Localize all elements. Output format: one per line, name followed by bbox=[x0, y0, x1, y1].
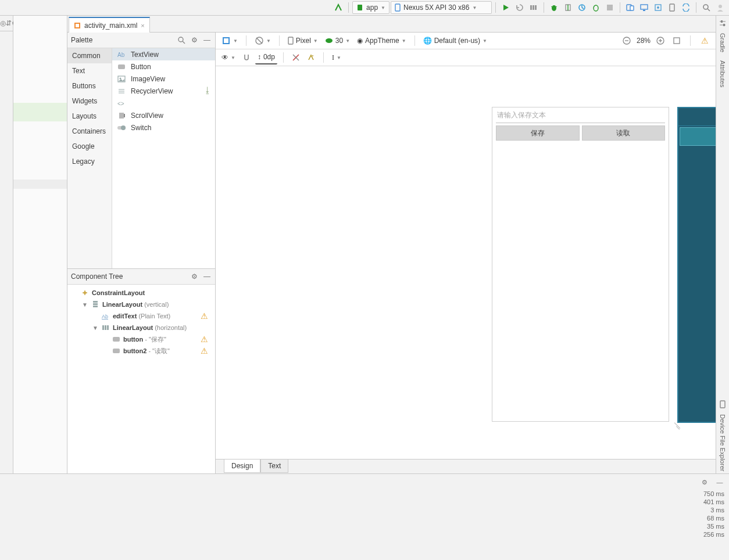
resource-manager-icon[interactable] bbox=[652, 1, 664, 14]
palette-hide-icon[interactable]: — bbox=[202, 35, 212, 45]
palette-category-legacy[interactable]: Legacy bbox=[67, 154, 112, 169]
api-picker[interactable]: 30▼ bbox=[323, 34, 352, 47]
guidelines-icon[interactable]: I▼ bbox=[330, 51, 344, 64]
sdk-manager-icon[interactable] bbox=[638, 1, 651, 14]
svg-rect-17 bbox=[670, 4, 674, 11]
target-icon[interactable]: ◎ bbox=[0, 19, 6, 28]
stop-icon[interactable] bbox=[603, 1, 616, 14]
tree-row-constraintlayout[interactable]: ConstraintLayout bbox=[67, 287, 215, 299]
profile-icon[interactable] bbox=[576, 1, 588, 14]
fragment-icon: <> bbox=[117, 99, 126, 108]
zoom-in-icon[interactable] bbox=[654, 34, 667, 47]
tree-row-button2[interactable]: button2 - "读取"⚠ bbox=[67, 345, 215, 357]
avd-manager-icon[interactable] bbox=[624, 1, 637, 14]
search-icon[interactable] bbox=[700, 1, 713, 14]
preview-button-save[interactable]: 保存 bbox=[496, 125, 580, 141]
rail-device-explorer[interactable]: Device File Explorer bbox=[719, 412, 726, 473]
palette-category-widgets[interactable]: Widgets bbox=[67, 94, 112, 109]
palette-category-containers[interactable]: Containers bbox=[67, 124, 112, 139]
attributes-sliders-icon[interactable] bbox=[719, 19, 727, 27]
palette-item-switch[interactable]: Switch bbox=[112, 121, 215, 134]
device-explorer-icon[interactable] bbox=[719, 400, 726, 408]
file-tab-activity-main[interactable]: activity_main.xml × bbox=[69, 17, 150, 33]
rail-gradle[interactable]: Gradle bbox=[719, 31, 726, 55]
tab-design[interactable]: Design bbox=[224, 460, 260, 473]
svg-rect-58 bbox=[674, 38, 680, 44]
palette-item-textview[interactable]: AbTextView bbox=[112, 48, 215, 60]
tree-row-linearlayout[interactable]: ▼LinearLayout (vertical) bbox=[67, 299, 215, 310]
magnet-icon[interactable] bbox=[240, 51, 253, 64]
tree-row-edittext[interactable]: AbeditText (Plain Text)⚠ bbox=[67, 310, 215, 322]
file-tab-label: activity_main.xml bbox=[84, 21, 137, 30]
svg-rect-43 bbox=[105, 325, 106, 330]
palette-item-button[interactable]: Button bbox=[112, 60, 215, 73]
infer-constraints-icon[interactable] bbox=[305, 51, 317, 64]
sync-icon[interactable] bbox=[680, 1, 692, 14]
layout-inspector-icon[interactable] bbox=[666, 1, 678, 14]
editor-tabstrip: activity_main.xml × bbox=[67, 16, 716, 33]
svg-text:<>: <> bbox=[117, 100, 124, 107]
theme-picker[interactable]: ◉AppTheme▼ bbox=[355, 34, 409, 47]
palette-category-text[interactable]: Text bbox=[67, 63, 112, 78]
coverage-icon[interactable] bbox=[562, 1, 574, 14]
attach-debugger-icon[interactable] bbox=[589, 1, 602, 14]
debug-icon[interactable] bbox=[548, 1, 560, 14]
view-options-icon[interactable]: 👁▼ bbox=[219, 51, 238, 64]
locale-picker[interactable]: 🌐Default (en-us)▼ bbox=[421, 34, 489, 47]
user-icon[interactable] bbox=[714, 1, 727, 14]
svg-rect-2 bbox=[530, 5, 532, 10]
constraint-icon bbox=[80, 288, 90, 297]
palette-gear-icon[interactable]: ⚙ bbox=[190, 35, 199, 45]
preview-edittext[interactable]: 请输入保存文本 bbox=[496, 107, 665, 123]
svg-point-16 bbox=[657, 6, 659, 9]
tree-hide-icon[interactable]: — bbox=[202, 272, 212, 281]
tree-row-button[interactable]: button - "保存"⚠ bbox=[67, 333, 215, 345]
design-preview-device[interactable]: 请输入保存文本 保存 读取 bbox=[492, 107, 669, 422]
tab-text[interactable]: Text bbox=[260, 460, 288, 473]
palette-category-google[interactable]: Google bbox=[67, 139, 112, 154]
apply-changes-icon[interactable] bbox=[513, 1, 526, 14]
run-config-combo[interactable]: app ▼ bbox=[352, 1, 389, 14]
palette-category-buttons[interactable]: Buttons bbox=[67, 78, 112, 94]
collapse-icon[interactable]: ⇵ bbox=[6, 19, 12, 28]
palette-search-icon[interactable] bbox=[177, 35, 186, 45]
palette-item-fragment[interactable]: <> bbox=[112, 97, 215, 109]
surface-mode-icon[interactable]: ▼ bbox=[219, 34, 240, 47]
orientation-icon[interactable]: ▼ bbox=[252, 34, 273, 47]
button-icon bbox=[112, 346, 121, 356]
project-pane-collapsed bbox=[13, 16, 67, 473]
palette-item-scrollview[interactable]: ScrollView bbox=[112, 109, 215, 121]
resize-handle-icon[interactable] bbox=[673, 422, 681, 430]
build-time-entry: 68 ms bbox=[689, 515, 724, 522]
preview-button-read[interactable]: 读取 bbox=[582, 125, 666, 141]
download-icon[interactable]: ⭳ bbox=[203, 85, 212, 95]
palette-category-layouts[interactable]: Layouts bbox=[67, 109, 112, 124]
make-project-icon[interactable] bbox=[332, 1, 345, 14]
blueprint-button-save[interactable]: 保存 bbox=[680, 127, 716, 146]
status-gear-icon[interactable]: ⚙ bbox=[700, 478, 709, 487]
svg-point-5 bbox=[552, 5, 556, 11]
status-hide-icon[interactable]: — bbox=[715, 478, 724, 487]
blueprint-preview-device[interactable]: editText 保存 读取 bbox=[677, 107, 716, 423]
device-combo[interactable]: Nexus 5X API 30 x86 ▼ bbox=[391, 1, 492, 14]
warning-icon[interactable]: ⚠ bbox=[701, 36, 709, 45]
apply-code-icon[interactable] bbox=[527, 1, 540, 14]
rail-attributes[interactable]: Attributes bbox=[719, 58, 726, 89]
tree-row-linearlayout[interactable]: ▼LinearLayout (horizontal) bbox=[67, 322, 215, 333]
close-tab-icon[interactable]: × bbox=[141, 22, 144, 29]
blueprint-edittext[interactable]: editText bbox=[678, 108, 716, 126]
default-margin[interactable]: ↕0dp bbox=[255, 51, 277, 64]
tree-gear-icon[interactable]: ⚙ bbox=[190, 272, 199, 281]
palette-item-imageview[interactable]: ImageView bbox=[112, 73, 215, 85]
run-icon[interactable] bbox=[499, 1, 512, 14]
list-icon bbox=[117, 87, 126, 96]
zoom-out-icon[interactable] bbox=[620, 34, 633, 47]
device-picker[interactable]: Pixel▼ bbox=[285, 34, 320, 47]
palette-category-common[interactable]: Common bbox=[67, 48, 112, 63]
clear-constraints-icon[interactable] bbox=[290, 51, 302, 64]
design-canvas[interactable]: ↖ 请输入保存文本 保存 读取 bbox=[216, 66, 716, 459]
zoom-fit-icon[interactable] bbox=[670, 34, 683, 47]
svg-rect-64 bbox=[721, 20, 723, 23]
palette-item-recyclerview[interactable]: RecyclerView bbox=[112, 85, 215, 97]
svg-rect-12 bbox=[630, 6, 634, 10]
